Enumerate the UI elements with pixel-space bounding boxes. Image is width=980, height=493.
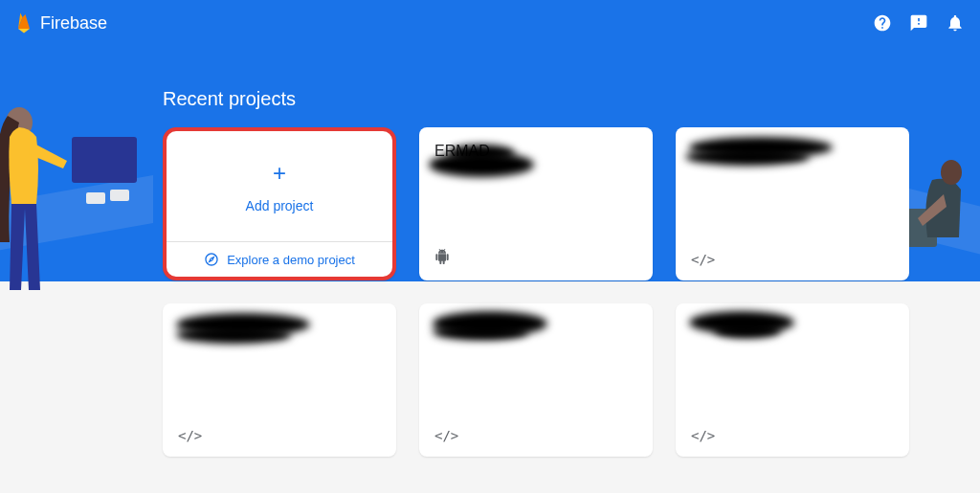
web-icon: </> bbox=[691, 428, 715, 443]
plus-icon: + bbox=[273, 160, 286, 187]
android-icon bbox=[434, 249, 450, 267]
recent-projects-title: Recent projects bbox=[163, 88, 942, 110]
demo-link-label: Explore a demo project bbox=[227, 253, 355, 267]
web-icon: </> bbox=[178, 428, 202, 443]
add-project-label: Add project bbox=[246, 198, 314, 213]
web-icon: </> bbox=[434, 428, 458, 443]
illustration-left bbox=[0, 70, 153, 290]
projects-grid: + Add project Explore a demo project ERM… bbox=[163, 127, 909, 457]
header-actions bbox=[873, 13, 965, 33]
add-project-card[interactable]: + Add project Explore a demo project bbox=[163, 127, 396, 280]
main-content: Recent projects + Add project Explore a … bbox=[163, 88, 942, 457]
web-icon: </> bbox=[691, 252, 715, 267]
explore-icon bbox=[204, 252, 219, 267]
notifications-icon[interactable] bbox=[946, 13, 965, 33]
project-card[interactable]: </> bbox=[676, 127, 909, 280]
announcement-icon[interactable] bbox=[909, 13, 928, 33]
project-card[interactable]: </> bbox=[419, 303, 653, 457]
svg-rect-0 bbox=[72, 137, 137, 183]
help-icon[interactable] bbox=[873, 13, 892, 33]
project-card[interactable]: ERMAD bbox=[419, 127, 653, 280]
explore-demo-link[interactable]: Explore a demo project bbox=[167, 241, 392, 277]
app-header: Firebase bbox=[0, 0, 980, 46]
project-card[interactable]: </> bbox=[676, 303, 909, 457]
svg-rect-1 bbox=[86, 192, 105, 204]
brand-logo-section[interactable]: Firebase bbox=[15, 11, 107, 34]
firebase-logo-icon bbox=[15, 11, 33, 34]
brand-name: Firebase bbox=[40, 13, 107, 34]
svg-point-5 bbox=[941, 160, 962, 185]
add-project-button[interactable]: + Add project bbox=[167, 131, 392, 241]
project-card[interactable]: </> bbox=[163, 303, 396, 457]
svg-rect-2 bbox=[110, 190, 129, 201]
